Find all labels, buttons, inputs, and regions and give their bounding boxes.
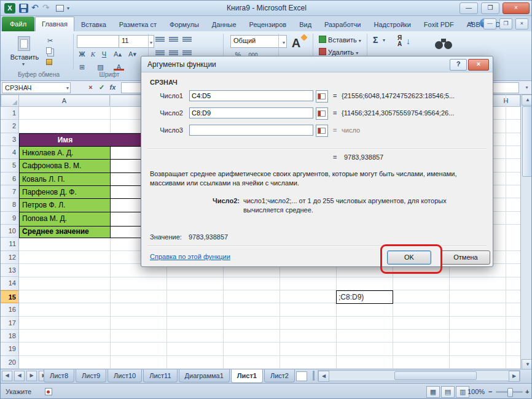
ribbon-tab-0[interactable]: Файл [2,17,34,31]
ribbon-tab-6[interactable]: Рецензиров [243,18,293,31]
zoom-slider[interactable] [496,391,523,393]
ribbon-tab-8[interactable]: Разработчи [318,18,367,31]
wb-close-button[interactable]: × [515,18,528,29]
paste-button[interactable]: Вставить ▾ [7,34,41,70]
bold-button[interactable]: Ж [77,49,87,60]
font-shrink-button[interactable]: А▾ [127,49,138,60]
column-header-h[interactable]: H [492,95,520,107]
row-header-15[interactable]: 15 [1,290,19,303]
row-header-4[interactable]: 4 [1,146,19,159]
zoom-in-icon[interactable]: + [525,384,529,399]
sheet-tab-4[interactable]: Диаграмма1 [179,370,230,382]
range-picker-icon[interactable] [316,90,328,103]
select-all-corner[interactable] [1,95,19,107]
ribbon-tab-5[interactable]: Данные [206,18,243,31]
font-color-icon[interactable]: А [114,62,124,71]
zoom-out-icon[interactable]: − [488,384,492,399]
align-top-icon[interactable] [155,36,165,44]
sheet-tab-1[interactable]: Лист9 [76,370,106,382]
find-select-icon[interactable] [434,37,455,53]
sort-filter-icon[interactable]: Я А ↓ [397,35,416,57]
italic-button[interactable]: К [88,49,98,60]
font-grow-button[interactable]: А▴ [112,49,123,60]
table-name-cell[interactable]: Попова М. Д. [19,212,114,227]
horizontal-scrollbar[interactable]: ◀ ▶ [318,370,520,381]
align-bottom-icon[interactable] [182,36,192,44]
vscroll-thumb[interactable] [522,106,532,177]
number3-input[interactable] [189,125,313,136]
ribbon-tab-7[interactable]: Вид [293,18,318,31]
zoom-level[interactable]: 100% [467,384,485,399]
first-sheet-icon[interactable]: ◀ [2,371,12,381]
sheet-tab-0[interactable]: Лист8 [44,370,74,382]
prev-sheet-icon[interactable]: ◀ [14,371,25,381]
scroll-left-icon[interactable]: ◀ [318,371,329,382]
enter-entry-icon[interactable]: ✓ [96,82,107,93]
normal-view-icon[interactable]: ▦ [426,386,440,398]
paste-dropdown-icon[interactable]: ▾ [22,61,25,67]
tab-split-handle[interactable] [313,371,315,381]
autosum-icon[interactable]: Σ [373,35,378,45]
expand-formula-bar-icon[interactable]: ▾ [522,82,532,93]
ribbon-tab-10[interactable]: Foxit PDF [418,18,460,31]
font-size-dropdown[interactable]: 11▾ [119,35,154,48]
ribbon-tab-4[interactable]: Формулы [163,18,205,31]
row-header-1[interactable]: 1 [1,107,19,120]
ribbon-tab-3[interactable]: Разметка ст [113,18,163,31]
cancel-button[interactable]: Отмена [441,250,490,265]
row-header-13[interactable]: 13 [1,264,19,277]
autosum-dropdown-icon[interactable]: ▾ [383,37,385,43]
close-button[interactable]: × [503,2,530,14]
cut-icon[interactable]: ✂ [45,36,55,46]
next-sheet-icon[interactable]: ▶ [26,371,37,381]
in-cell-edit-box[interactable]: ;C8:D9) [336,290,393,304]
minimize-button[interactable]: — [460,2,478,14]
sheet-tab-3[interactable]: Лист11 [143,370,177,382]
insert-sheet-icon[interactable] [296,371,307,381]
column-header-a[interactable]: A [19,95,110,107]
scroll-right-icon[interactable]: ▶ [509,371,520,382]
hscroll-thumb[interactable] [394,371,477,380]
ribbon-tab-1[interactable]: Главная [35,17,74,31]
wb-restore-button[interactable]: ❐ [499,18,512,29]
page-layout-view-icon[interactable]: ▤ [441,386,455,398]
row-header-5[interactable]: 5 [1,159,19,172]
cancel-entry-icon[interactable]: × [85,82,96,93]
delete-cells-button[interactable]: Удалить ▾ [319,48,358,56]
row-header-20[interactable]: 20 [1,356,19,369]
row-header-12[interactable]: 12 [1,251,19,264]
row-header-17[interactable]: 17 [1,317,19,330]
range-picker-icon[interactable] [316,125,328,137]
insert-cells-button[interactable]: Вставить ▾ [319,36,361,44]
row-header-10[interactable]: 10 [1,225,19,238]
number1-input[interactable] [189,90,313,101]
maximize-button[interactable]: ❐ [481,2,499,14]
name-box-dropdown-icon[interactable]: ▾ [66,83,69,93]
insert-function-icon[interactable]: fx [108,82,118,93]
row-header-6[interactable]: 6 [1,172,19,185]
row-header-8[interactable]: 8 [1,198,19,211]
row-header-11[interactable]: 11 [1,238,19,250]
sheet-tab-6[interactable]: Лист2 [264,370,295,382]
number2-input[interactable] [189,107,313,118]
align-middle-icon[interactable] [169,36,178,44]
scroll-up-icon[interactable]: ▲ [522,95,532,106]
row-header-16[interactable]: 16 [1,303,19,316]
format-painter-icon[interactable] [46,59,52,65]
ribbon-tab-2[interactable]: Вставка [75,18,112,31]
row-header-18[interactable]: 18 [1,330,19,343]
row-header-19[interactable]: 19 [1,343,19,355]
sheet-tab-2[interactable]: Лист10 [108,370,142,382]
macro-record-icon[interactable] [45,388,52,395]
row-header-2[interactable]: 2 [1,120,19,133]
dialog-title-bar[interactable]: Аргументы функции ? × [141,56,493,72]
range-picker-icon[interactable] [316,107,328,120]
sheet-tab-5[interactable]: Лист1 [231,370,263,383]
underline-button[interactable]: Ч [99,49,109,60]
name-box[interactable]: СРЗНАЧ ▾ [2,82,71,93]
collapse-ribbon-icon[interactable]: ▴ [470,19,473,25]
row-header-9[interactable]: 9 [1,212,19,225]
dialog-close-icon[interactable]: × [468,59,489,71]
row-header-7[interactable]: 7 [1,185,19,198]
row-header-14[interactable]: 14 [1,277,19,290]
